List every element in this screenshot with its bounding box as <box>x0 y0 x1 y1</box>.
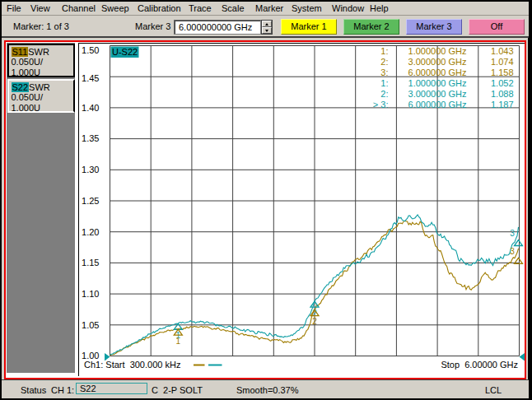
svg-text:U-S22: U-S22 <box>112 47 138 57</box>
svg-text:2:: 2: <box>380 57 388 67</box>
svg-text:1.10: 1.10 <box>82 289 99 299</box>
svg-text:6.000000 GHz: 6.000000 GHz <box>408 67 467 77</box>
svg-text:3: 3 <box>510 247 515 256</box>
svg-text:6.000000 GHz: 6.000000 GHz <box>408 100 467 109</box>
svg-text:1:: 1: <box>380 46 388 56</box>
svg-text:1.05: 1.05 <box>82 320 99 330</box>
svg-text:1.043: 1.043 <box>491 46 514 56</box>
svg-text:Stop 6.00000 GHz: Stop 6.00000 GHz <box>441 360 518 370</box>
svg-text:3.000000 GHz: 3.000000 GHz <box>408 57 467 67</box>
svg-text:3: 3 <box>510 229 515 238</box>
svg-text:Ch1: Start 300.000 kHz: Ch1: Start 300.000 kHz <box>84 360 180 370</box>
svg-text:1.158: 1.158 <box>491 67 514 77</box>
svg-text:1.50: 1.50 <box>82 45 99 55</box>
svg-text:1.20: 1.20 <box>82 227 99 237</box>
svg-text:1.30: 1.30 <box>82 165 99 174</box>
svg-text:1.000000 GHz: 1.000000 GHz <box>408 78 467 88</box>
svg-text:1.45: 1.45 <box>82 73 99 83</box>
svg-text:1.187: 1.187 <box>491 100 514 109</box>
svg-text:1.074: 1.074 <box>491 57 514 67</box>
svg-text:1.25: 1.25 <box>82 196 99 206</box>
svg-text:1.052: 1.052 <box>491 78 514 88</box>
svg-text:3.000000 GHz: 3.000000 GHz <box>408 89 467 99</box>
svg-text:1: 1 <box>176 337 181 346</box>
svg-text:1.000000 GHz: 1.000000 GHz <box>408 46 467 56</box>
svg-text:1.40: 1.40 <box>82 103 99 113</box>
svg-text:2:: 2: <box>380 89 388 99</box>
svg-text:1.088: 1.088 <box>491 89 514 99</box>
svg-text:1:: 1: <box>380 78 388 88</box>
svg-text:1.15: 1.15 <box>82 258 99 267</box>
svg-text:> 3:: > 3: <box>373 100 389 109</box>
svg-text:3:: 3: <box>380 67 388 77</box>
svg-text:1.35: 1.35 <box>82 133 99 143</box>
svg-text:2: 2 <box>312 317 317 326</box>
